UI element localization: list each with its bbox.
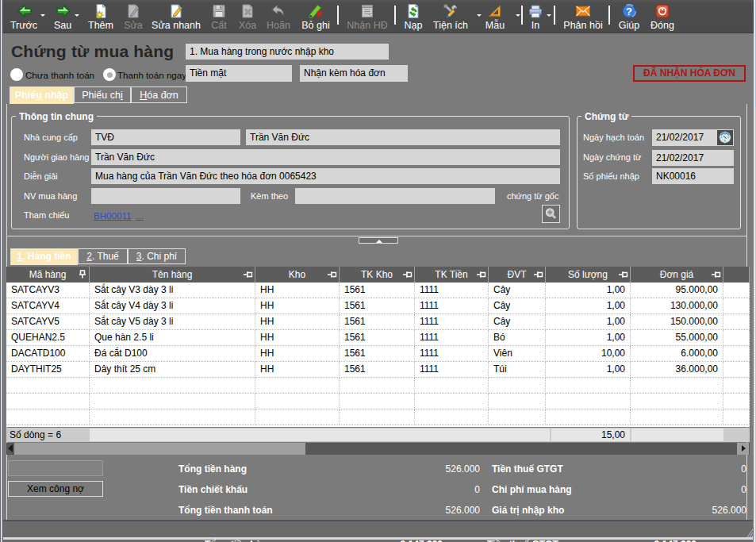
svg-text:?: ?: [626, 6, 632, 17]
